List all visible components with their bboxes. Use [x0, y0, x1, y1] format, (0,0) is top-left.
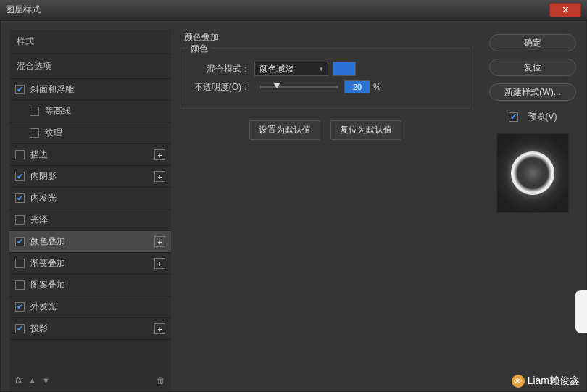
group-title: 颜色叠加	[180, 31, 470, 43]
style-checkbox[interactable]	[15, 237, 25, 246]
style-item-label: 内发光	[30, 192, 57, 204]
add-effect-icon[interactable]: +	[154, 171, 165, 182]
center-panel: 颜色叠加 颜色 混合模式： 颜色减淡 ▾ 不透明度(O)： % 设置为默	[171, 21, 479, 391]
close-icon: ✕	[562, 4, 570, 15]
preview-thumbnail	[511, 151, 554, 195]
blend-options-header[interactable]: 混合选项	[9, 54, 171, 79]
style-checkbox[interactable]	[15, 193, 25, 203]
style-item-label: 外发光	[30, 301, 57, 313]
opacity-row: 不透明度(O)： %	[188, 80, 462, 93]
style-item-label: 描边	[30, 149, 48, 161]
blend-mode-select[interactable]: 颜色减淡 ▾	[254, 62, 328, 76]
style-checkbox[interactable]	[30, 128, 39, 138]
style-item[interactable]: 描边+	[9, 144, 171, 166]
opacity-unit: %	[373, 82, 381, 92]
style-item-label: 纹理	[45, 127, 62, 139]
style-item-label: 图案叠加	[30, 279, 65, 291]
left-footer: fx ▲ ▼ 🗑	[9, 369, 171, 391]
ok-button[interactable]: 确定	[489, 34, 576, 51]
style-item[interactable]: 光泽	[9, 209, 171, 231]
style-checkbox[interactable]	[15, 150, 25, 159]
style-checkbox[interactable]	[15, 324, 25, 333]
preview-checkbox[interactable]	[509, 112, 518, 122]
opacity-slider[interactable]	[260, 86, 338, 88]
color-fieldset: 颜色 混合模式： 颜色减淡 ▾ 不透明度(O)： %	[180, 48, 470, 109]
style-item[interactable]: 图案叠加	[9, 275, 171, 296]
chevron-down-icon: ▾	[320, 65, 323, 72]
add-effect-icon[interactable]: +	[154, 236, 165, 247]
dialog-body: 样式 混合选项 斜面和浮雕等高线纹理描边+内阴影+内发光光泽颜色叠加+渐变叠加+…	[0, 20, 587, 392]
preview-toggle[interactable]: 预览(V)	[509, 111, 557, 123]
style-checkbox[interactable]	[15, 280, 25, 290]
style-item-label: 等高线	[45, 105, 71, 117]
style-item[interactable]: 投影+	[9, 318, 171, 340]
watermark: 👁 Liam赖俊鑫	[512, 375, 580, 388]
style-item[interactable]: 内发光	[9, 188, 171, 209]
style-checkbox[interactable]	[15, 302, 25, 312]
style-item[interactable]: 渐变叠加+	[9, 253, 171, 275]
fx-menu[interactable]: fx	[15, 375, 22, 385]
title-bar: 图层样式 ✕	[0, 0, 587, 20]
style-checkbox[interactable]	[15, 259, 25, 268]
style-item-label: 光泽	[30, 214, 48, 226]
default-buttons-row: 设置为默认值 复位为默认值	[180, 120, 470, 140]
move-up-icon[interactable]: ▲	[28, 376, 36, 385]
move-down-icon[interactable]: ▼	[42, 376, 50, 385]
styles-header[interactable]: 样式	[9, 30, 171, 54]
add-effect-icon[interactable]: +	[154, 323, 165, 334]
style-checkbox[interactable]	[30, 107, 39, 116]
style-item[interactable]: 纹理	[9, 122, 171, 144]
preview-label: 预览(V)	[528, 111, 557, 123]
style-list: 样式 混合选项 斜面和浮雕等高线纹理描边+内阴影+内发光光泽颜色叠加+渐变叠加+…	[9, 30, 171, 391]
style-item-label: 斜面和浮雕	[30, 83, 74, 96]
blend-mode-row: 混合模式： 颜色减淡 ▾	[188, 62, 462, 76]
style-item[interactable]: 内阴影+	[9, 166, 171, 188]
color-swatch[interactable]	[333, 62, 356, 76]
opacity-label: 不透明度(O)：	[188, 81, 254, 93]
trash-icon[interactable]: 🗑	[157, 375, 165, 385]
set-default-button[interactable]: 设置为默认值	[249, 120, 320, 140]
add-effect-icon[interactable]: +	[154, 149, 165, 160]
preview-box	[496, 133, 569, 213]
close-button[interactable]: ✕	[549, 3, 581, 17]
cancel-button[interactable]: 复位	[489, 59, 576, 76]
style-checkbox[interactable]	[15, 85, 25, 94]
style-item-label: 渐变叠加	[30, 257, 65, 270]
style-item[interactable]: 外发光	[9, 296, 171, 318]
style-item[interactable]: 斜面和浮雕	[9, 79, 171, 101]
style-item-label: 颜色叠加	[30, 235, 65, 248]
add-effect-icon[interactable]: +	[154, 258, 165, 269]
left-panel: 样式 混合选项 斜面和浮雕等高线纹理描边+内阴影+内发光光泽颜色叠加+渐变叠加+…	[1, 21, 171, 391]
watermark-text: Liam赖俊鑫	[528, 375, 580, 388]
slider-thumb[interactable]	[273, 83, 280, 88]
style-checkbox[interactable]	[15, 215, 25, 225]
style-item-label: 内阴影	[30, 170, 57, 183]
new-style-button[interactable]: 新建样式(W)...	[489, 83, 576, 101]
side-chip	[575, 290, 587, 333]
style-checkbox[interactable]	[15, 172, 25, 181]
style-item[interactable]: 颜色叠加+	[9, 231, 171, 253]
style-item[interactable]: 等高线	[9, 101, 171, 122]
right-panel: 确定 复位 新建样式(W)... 预览(V)	[479, 21, 586, 391]
opacity-input[interactable]	[344, 80, 370, 93]
fieldset-label: 颜色	[188, 43, 211, 55]
weibo-icon: 👁	[512, 375, 525, 388]
blend-mode-label: 混合模式：	[188, 63, 254, 75]
blend-mode-value: 颜色减淡	[259, 63, 294, 75]
window-title: 图层样式	[6, 4, 549, 16]
style-item-label: 投影	[30, 322, 48, 335]
reset-default-button[interactable]: 复位为默认值	[330, 120, 401, 140]
